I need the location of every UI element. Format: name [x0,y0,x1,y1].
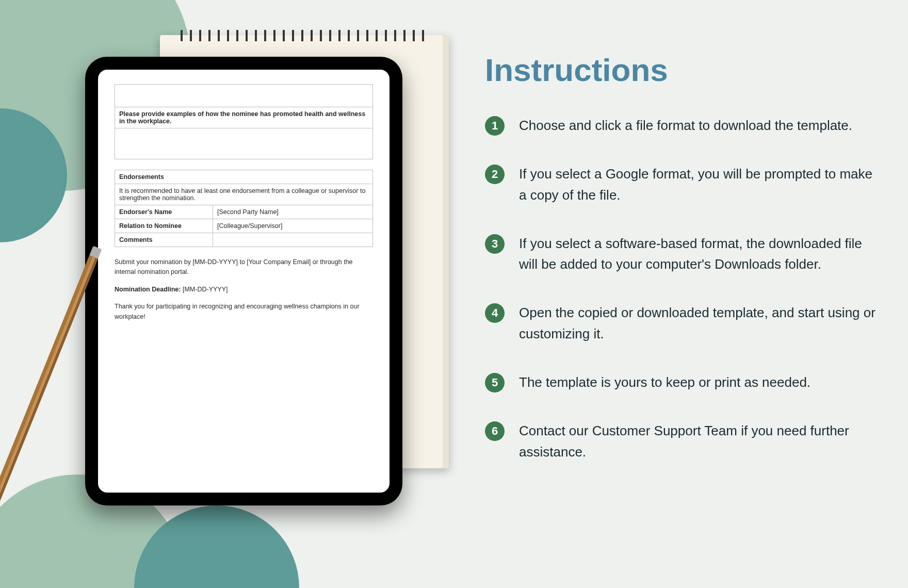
relation-value: [Colleague/Supervisor] [213,219,373,233]
endorser-name-value: [Second Party Name] [213,205,373,219]
instructions-heading: Instructions [485,52,877,88]
form-prompt: Please provide examples of how the nomin… [119,110,365,125]
form-table-1: Please provide examples of how the nomin… [115,84,373,159]
step-1: 1 Choose and click a file format to down… [485,115,877,136]
step-5: 5 The template is yours to keep or print… [485,372,877,393]
endorsements-table: Endorsements It is recommended to have a… [115,170,373,247]
endorser-name-label: Endorser's Name [115,205,213,219]
step-6: 6 Contact our Customer Support Team if y… [485,420,877,462]
step-5-badge: 5 [485,373,505,393]
tablet-frame: Please provide examples of how the nomin… [85,57,402,505]
step-3-badge: 3 [485,234,505,254]
endorsements-header: Endorsements [115,170,373,184]
deadline-label: Nomination Deadline: [115,286,181,293]
step-4: 4 Open the copied or downloaded template… [485,302,877,344]
step-6-text: Contact our Customer Support Team if you… [519,420,877,462]
submit-text: Submit your nomination by [MM-DD-YYYY] t… [115,257,373,277]
relation-label: Relation to Nominee [115,219,213,233]
endorsements-note: It is recommended to have at least one e… [115,184,373,205]
tablet-screen: Please provide examples of how the nomin… [98,70,390,493]
comments-value [213,233,373,247]
instructions-panel: Instructions 1 Choose and click a file f… [485,52,877,490]
step-4-text: Open the copied or downloaded template, … [519,302,877,344]
thankyou-text: Thank you for participating in recognizi… [115,302,373,322]
step-3-text: If you select a software-based format, t… [519,233,877,275]
comments-label: Comments [115,233,213,247]
step-1-badge: 1 [485,116,505,136]
step-2-badge: 2 [485,165,505,184]
step-1-text: Choose and click a file format to downlo… [519,115,852,136]
step-2: 2 If you select a Google format, you wil… [485,164,877,205]
step-6-badge: 6 [485,421,505,441]
step-4-badge: 4 [485,303,505,323]
deadline-line: Nomination Deadline: [MM-DD-YYYY] [115,285,373,295]
step-3: 3 If you select a software-based format,… [485,233,877,275]
step-2-text: If you select a Google format, you will … [519,164,877,205]
deadline-value: [MM-DD-YYYY] [183,286,228,293]
step-5-text: The template is yours to keep or print a… [519,372,810,393]
